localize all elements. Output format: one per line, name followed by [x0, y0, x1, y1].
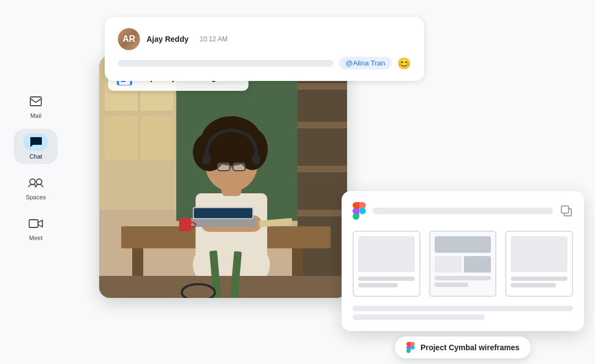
svg-rect-10 — [298, 56, 347, 298]
wf-line-2 — [358, 283, 398, 287]
sidebar: Mail Chat Spaces — [0, 0, 72, 364]
mention-tag[interactable]: @Alina Tran — [339, 57, 392, 69]
figma-url-bar — [372, 208, 553, 214]
svg-rect-8 — [105, 116, 138, 160]
svg-point-2 — [36, 179, 42, 184]
message-text-placeholder — [118, 60, 333, 67]
figma-footer-title: Project Cymbal wireframes — [420, 343, 520, 352]
copy-icon — [560, 204, 573, 218]
message-card: AR Ajay Reddy 10:12 AM @Alina Tran 😊 — [105, 17, 424, 81]
photo-illustration — [99, 56, 347, 298]
message-body: @Alina Tran 😊 — [118, 57, 411, 70]
wf-line-6 — [511, 283, 556, 287]
svg-point-1 — [30, 179, 35, 184]
wf-line-1 — [358, 276, 415, 281]
avatar-image: AR — [118, 28, 140, 50]
svg-rect-38 — [99, 276, 347, 298]
avatar: AR — [118, 28, 140, 50]
wf-line-3 — [435, 276, 491, 280]
sidebar-item-chat-label: Chat — [29, 153, 42, 160]
sidebar-item-mail-label: Mail — [30, 112, 41, 119]
svg-rect-28 — [218, 163, 230, 171]
svg-rect-35 — [194, 208, 252, 218]
figma-card: Project Cymbal wireframes — [342, 191, 584, 331]
wireframe-bottom — [353, 306, 573, 320]
svg-rect-3 — [29, 220, 38, 227]
wireframe-frame-2 — [429, 231, 497, 297]
figma-icon-svg — [353, 202, 366, 220]
wireframe-frame-3 — [505, 231, 573, 297]
chat-icon — [23, 133, 48, 151]
figma-card-footer[interactable]: Project Cymbal wireframes — [395, 336, 531, 358]
message-emoji: 😊 — [397, 57, 411, 70]
svg-rect-36 — [179, 218, 191, 231]
wf-line-5 — [511, 276, 567, 281]
wf-header-block — [435, 236, 491, 253]
svg-rect-29 — [233, 163, 245, 171]
sender-name: Ajay Reddy — [147, 35, 188, 44]
chat-area: AR Ajay Reddy 10:12 AM @Alina Tran 😊 — [94, 12, 573, 353]
svg-rect-48 — [561, 206, 569, 213]
wf-col-1 — [435, 256, 462, 273]
sidebar-item-meet-label: Meet — [29, 235, 42, 241]
photo-card: Project Cymbal design brief — [99, 56, 347, 298]
wf-image-block-1 — [358, 236, 415, 272]
photo-scene — [99, 56, 347, 298]
wireframe-content — [353, 231, 573, 297]
svg-rect-9 — [140, 116, 174, 160]
svg-rect-0 — [30, 97, 41, 106]
mail-icon — [23, 93, 48, 110]
figma-logo — [353, 202, 366, 220]
message-timestamp: 10:12 AM — [199, 35, 228, 43]
svg-point-49 — [410, 345, 415, 350]
wf-bottom-line-2 — [353, 314, 485, 320]
wf-bottom-line-1 — [353, 306, 573, 311]
sidebar-item-spaces[interactable]: Spaces — [14, 170, 58, 205]
wf-col-2 — [464, 256, 491, 273]
app-scene: Mail Chat Spaces — [0, 0, 595, 364]
wf-line-4 — [435, 282, 469, 287]
svg-rect-32 — [252, 154, 260, 165]
wireframe-frame-1 — [353, 231, 420, 297]
sidebar-item-mail[interactable]: Mail — [14, 88, 58, 123]
figma-card-header — [353, 202, 573, 220]
message-header: AR Ajay Reddy 10:12 AM — [118, 28, 411, 50]
wf-image-block-2 — [511, 236, 567, 272]
svg-rect-31 — [203, 154, 210, 165]
main-content: AR Ajay Reddy 10:12 AM @Alina Tran 😊 — [72, 0, 595, 364]
svg-point-46 — [359, 208, 366, 214]
sidebar-item-chat[interactable]: Chat — [14, 129, 58, 164]
sidebar-item-meet[interactable]: Meet — [14, 210, 58, 246]
svg-rect-33 — [190, 218, 256, 227]
sidebar-item-spaces-label: Spaces — [26, 194, 46, 200]
spaces-icon — [23, 174, 48, 192]
meet-icon — [23, 215, 48, 232]
svg-rect-45 — [121, 81, 126, 82]
figma-footer-icon — [406, 342, 415, 353]
svg-rect-11 — [292, 83, 347, 90]
figma-copy-button[interactable] — [560, 204, 573, 218]
